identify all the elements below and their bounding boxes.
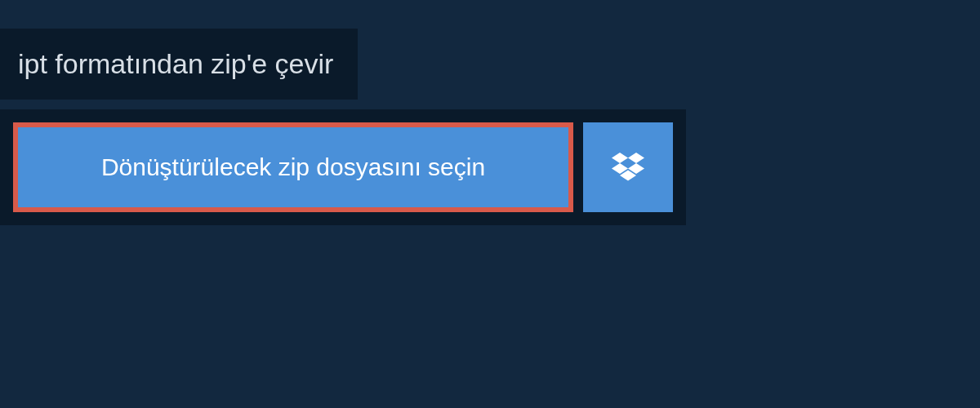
dropbox-icon [612, 153, 644, 182]
select-file-button[interactable]: Dönüştürülecek zip dosyasını seçin [13, 122, 573, 212]
page-title-tab: ipt formatından zip'e çevir [0, 29, 358, 100]
page-title: ipt formatından zip'e çevir [18, 48, 333, 79]
select-file-label: Dönüştürülecek zip dosyasını seçin [101, 153, 485, 181]
dropbox-button[interactable] [583, 122, 673, 212]
upload-panel: Dönüştürülecek zip dosyasını seçin [0, 109, 686, 225]
